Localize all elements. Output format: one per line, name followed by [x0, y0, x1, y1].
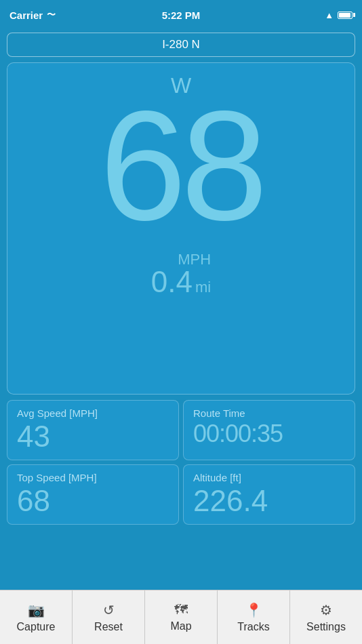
reset-label: Reset — [94, 621, 123, 633]
stat-avg-speed-value: 43 — [17, 422, 50, 451]
capture-label: Capture — [17, 621, 56, 633]
battery-icon — [338, 12, 353, 19]
stat-top-speed: Top Speed [MPH] 68 — [7, 464, 179, 525]
map-label: Map — [170, 620, 191, 632]
location-icon: ▲ — [325, 10, 334, 20]
carrier-label: Carrier — [9, 9, 43, 21]
reset-button[interactable]: ↺ Reset — [73, 590, 145, 644]
speedometer-panel: W 68 MPH 0.4 mi — [7, 62, 355, 395]
toolbar: 📷 Capture ↺ Reset 🗺 Map 📍 Tracks ⚙ Setti… — [0, 590, 362, 644]
stat-avg-speed: Avg Speed [MPH] 43 — [7, 400, 179, 460]
status-bar: Carrier 〜 5:22 PM ▲ — [0, 0, 362, 30]
settings-label: Settings — [306, 621, 346, 633]
wifi-icon: 〜 — [47, 9, 56, 21]
stat-route-time-value: 00:00:35 — [193, 422, 283, 446]
map-button[interactable]: 🗺 Map — [145, 590, 218, 644]
stat-route-time-label: Route Time — [193, 407, 245, 419]
status-bar-right: ▲ — [325, 10, 353, 20]
tracks-label: Tracks — [237, 621, 269, 633]
stat-avg-speed-label: Avg Speed [MPH] — [17, 407, 98, 419]
status-bar-left: Carrier 〜 — [9, 9, 56, 21]
speed-value: 68 — [100, 88, 262, 244]
stat-top-speed-value: 68 — [17, 486, 50, 516]
settings-icon: ⚙ — [320, 602, 332, 618]
speed-bottom: MPH 0.4 mi — [151, 251, 211, 299]
tracks-button[interactable]: 📍 Tracks — [218, 590, 290, 644]
capture-icon: 📷 — [28, 602, 45, 618]
stat-altitude-label: Altitude [ft] — [193, 472, 241, 483]
distance-unit: mi — [195, 279, 211, 296]
stat-top-speed-label: Top Speed [MPH] — [17, 472, 97, 483]
tracks-icon: 📍 — [245, 602, 262, 618]
distance-row: 0.4 mi — [151, 265, 211, 299]
stat-route-time: Route Time 00:00:35 — [183, 400, 355, 460]
distance-value: 0.4 — [151, 265, 193, 299]
route-banner: I-280 N — [7, 33, 355, 57]
map-icon: 🗺 — [174, 602, 188, 618]
reset-icon: ↺ — [103, 602, 115, 618]
stats-grid: Avg Speed [MPH] 43 Route Time 00:00:35 T… — [7, 400, 355, 525]
status-bar-time: 5:22 PM — [162, 9, 201, 21]
stat-altitude-value: 226.4 — [193, 486, 268, 516]
settings-button[interactable]: ⚙ Settings — [290, 590, 362, 644]
stat-altitude: Altitude [ft] 226.4 — [183, 464, 355, 525]
capture-button[interactable]: 📷 Capture — [0, 590, 73, 644]
